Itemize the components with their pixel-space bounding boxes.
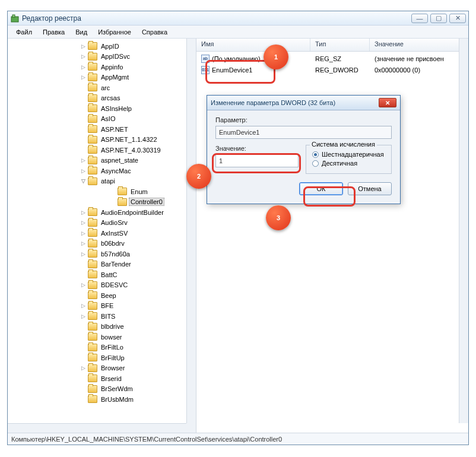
expander-closed-icon[interactable]: ▷	[80, 282, 87, 288]
menu-edit[interactable]: Правка	[38, 27, 69, 37]
tree-item[interactable]: Enum	[8, 186, 186, 197]
tree-item[interactable]: ▷Appinfo	[8, 62, 186, 72]
radio-dec[interactable]	[312, 160, 319, 167]
tree-item[interactable]: Brserid	[8, 373, 186, 384]
tree-item[interactable]: BattC	[8, 269, 186, 280]
tree-item[interactable]: ▷AppID	[8, 41, 186, 52]
window-title: Редактор реестра	[22, 14, 411, 23]
expander-closed-icon[interactable]: ▷	[80, 220, 87, 226]
expander-closed-icon[interactable]: ▷	[80, 240, 87, 247]
list-row[interactable]: ab (По умолчанию) REG_SZ (значение не пр…	[196, 53, 468, 64]
menu-help[interactable]: Справка	[137, 27, 172, 37]
expander-closed-icon[interactable]: ▷	[80, 365, 87, 372]
tree-hscroll[interactable]	[8, 423, 186, 433]
tree-item[interactable]: arc	[8, 82, 186, 93]
expander-closed-icon[interactable]: ▷	[80, 53, 87, 60]
folder-icon	[88, 42, 97, 50]
col-type[interactable]: Тип	[310, 39, 370, 51]
expander-closed-icon[interactable]: ▷	[80, 230, 87, 236]
tree-item[interactable]: ASP.NET	[8, 124, 186, 135]
expander-closed-icon[interactable]: ▷	[80, 43, 87, 49]
expander-closed-icon[interactable]: ▷	[80, 250, 87, 257]
tree-item[interactable]: AsIO	[8, 114, 186, 125]
expander-closed-icon[interactable]: ▷	[80, 313, 87, 319]
expander-closed-icon[interactable]	[80, 105, 87, 112]
tree-item[interactable]: ▷b57nd60a	[8, 249, 186, 259]
expander-closed-icon[interactable]	[80, 116, 87, 122]
expander-closed-icon[interactable]: ▷	[80, 64, 87, 70]
titlebar[interactable]: Редактор реестра — ▢ ✕	[8, 11, 468, 26]
tree-item[interactable]: BrFiltUp	[8, 353, 186, 363]
minimize-button[interactable]: —	[411, 14, 428, 23]
menu-favorites[interactable]: Избранное	[93, 27, 136, 37]
expander-closed-icon[interactable]	[80, 334, 87, 340]
expander-open-icon[interactable]: ▽	[80, 178, 87, 185]
expander-closed-icon[interactable]	[80, 261, 87, 268]
tree-item[interactable]: ▷BITS	[8, 311, 186, 322]
expander-closed-icon[interactable]	[80, 354, 87, 361]
tree-item[interactable]: ▷AxInstSV	[8, 228, 186, 239]
expander-closed-icon[interactable]	[80, 137, 87, 143]
tree-item[interactable]: ▷AppMgmt	[8, 72, 186, 83]
tree-item[interactable]: ▷AsyncMac	[8, 166, 186, 176]
annotation-badge-1: 1	[264, 45, 288, 69]
radio-dec-row[interactable]: Десятичная	[312, 160, 385, 167]
tree-item[interactable]: ▷Browser	[8, 363, 186, 374]
tree-item[interactable]: ASP.NET_4.0.30319	[8, 145, 186, 155]
menu-view[interactable]: Вид	[71, 27, 92, 37]
tree-item[interactable]: BrFiltLo	[8, 342, 186, 353]
tree-list[interactable]: ▷AppID▷AppIDSvc▷Appinfo▷AppMgmtarcarcsas…	[8, 39, 186, 423]
expander-closed-icon[interactable]: ▷	[80, 157, 87, 164]
list-row[interactable]: 011 EnumDevice1 REG_DWORD 0x00000000 (0)	[196, 64, 468, 75]
expander-closed-icon[interactable]	[80, 344, 87, 351]
expander-closed-icon[interactable]: ▷	[80, 209, 87, 215]
ok-button[interactable]: ОК	[299, 182, 343, 195]
expander-closed-icon[interactable]	[80, 84, 87, 91]
dialog-close-button[interactable]: ✕	[379, 98, 396, 107]
expander-closed-icon[interactable]	[80, 126, 87, 132]
close-button[interactable]: ✕	[449, 14, 466, 23]
tree-label: AsyncMac	[99, 167, 133, 175]
tree-item[interactable]: Beep	[8, 290, 186, 301]
expander-closed-icon[interactable]: ▷	[80, 303, 87, 309]
expander-closed-icon[interactable]	[80, 147, 87, 153]
tree-item[interactable]: ▷AudioSrv	[8, 218, 186, 228]
tree-item[interactable]: bowser	[8, 332, 186, 342]
tree-item[interactable]: ▷BDESVC	[8, 280, 186, 291]
maximize-button[interactable]: ▢	[430, 14, 447, 23]
radio-hex[interactable]	[312, 151, 319, 158]
menu-file[interactable]: Файл	[11, 27, 37, 37]
col-name[interactable]: Имя	[196, 39, 310, 51]
expander-closed-icon[interactable]: ▷	[80, 167, 87, 174]
expander-closed-icon[interactable]	[80, 323, 87, 330]
expander-closed-icon[interactable]	[80, 95, 87, 101]
radio-hex-row[interactable]: Шестнадцатеричная	[312, 151, 385, 158]
expander-closed-icon[interactable]	[80, 292, 87, 299]
expander-closed-icon[interactable]: ▷	[80, 74, 87, 81]
tree-item[interactable]: ▷b06bdrv	[8, 239, 186, 249]
col-value[interactable]: Значение	[370, 39, 468, 51]
expander-closed-icon[interactable]	[80, 375, 87, 382]
expander-closed-icon[interactable]	[80, 396, 87, 402]
tree-vscroll[interactable]	[186, 39, 196, 423]
expander-closed-icon[interactable]	[80, 386, 87, 392]
tree-item[interactable]: ▷AudioEndpointBuilder	[8, 207, 186, 218]
tree-item[interactable]: ▷BFE	[8, 301, 186, 312]
tree-item[interactable]: BrUsbMdm	[8, 394, 186, 405]
tree-item[interactable]: ▷aspnet_state	[8, 155, 186, 166]
tree-item[interactable]: ASP.NET_1.1.4322	[8, 135, 186, 145]
tree-item[interactable]: BarTender	[8, 259, 186, 270]
tree-item[interactable]: BrSerWdm	[8, 384, 186, 395]
tree-item[interactable]: ▷AppIDSvc	[8, 52, 186, 62]
expander-closed-icon[interactable]	[80, 271, 87, 278]
tree-item[interactable]: arcsas	[8, 93, 186, 104]
tree-item[interactable]: blbdrive	[8, 322, 186, 332]
tree-item[interactable]: ASInsHelp	[8, 103, 186, 114]
dialog-titlebar[interactable]: Изменение параметра DWORD (32 бита) ✕	[207, 96, 400, 110]
cancel-button[interactable]: Отмена	[348, 182, 392, 195]
value-input[interactable]	[215, 154, 299, 167]
tree-item[interactable]: ▽atapi	[8, 176, 186, 187]
list-vscroll[interactable]	[459, 39, 468, 423]
tree-item[interactable]: Controller0	[8, 197, 186, 208]
tree-label: arc	[99, 84, 112, 92]
